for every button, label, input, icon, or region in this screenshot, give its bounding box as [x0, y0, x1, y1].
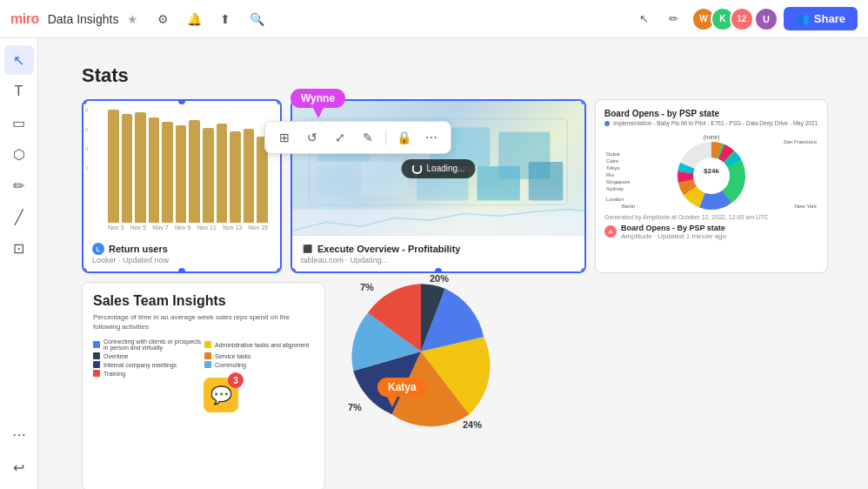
pie-label-7a: 7% — [360, 282, 374, 292]
donut-svg: $24k — [659, 132, 764, 211]
star-icon[interactable]: ★ — [127, 12, 138, 26]
tableau-title: ⬛ Execute Overview - Profitability — [301, 243, 576, 255]
share-button[interactable]: 👥 Share — [784, 7, 858, 30]
bell-icon[interactable]: 🔔 — [182, 7, 206, 31]
bar-2 — [122, 114, 133, 223]
sticky-tool[interactable]: ▭ — [4, 108, 34, 137]
brush-tool-icon[interactable]: ✏ — [662, 7, 686, 31]
handle-tr[interactable] — [581, 99, 586, 104]
lock-icon[interactable]: 🔒 — [393, 127, 414, 148]
legend-label-1: Connecting with clients or prospects in … — [103, 338, 203, 351]
chat-count-badge: 3 — [228, 372, 244, 388]
city-dubai: Dubai — [606, 151, 620, 157]
left-sidebar: ↖ T ▭ ⬡ ✏ ╱ ⊡ ⋯ ↩ — [0, 38, 38, 489]
search-icon[interactable]: 🔍 — [244, 7, 269, 31]
legend-item-4: Service tasks — [204, 352, 314, 359]
handle-br[interactable] — [277, 268, 282, 273]
donut-container: $24k (none) San Francisco Dubai Cairo To… — [604, 132, 818, 211]
topbar-tools: ⚙ 🔔 ⬆ 🔍 — [150, 7, 269, 31]
chart-labels: Nov 3 Nov 5 Nov 7 Nov 9 Nov 11 Nov 13 No… — [104, 224, 271, 231]
bar-8 — [203, 128, 214, 223]
share-icon: 👥 — [796, 12, 810, 25]
more-icon[interactable]: ⋯ — [421, 127, 442, 148]
embed-icon[interactable]: ⊞ — [274, 127, 295, 148]
sel-dot-bottom — [178, 268, 185, 273]
canvas: Stats 8 6 4 2 — [38, 38, 868, 489]
pie-label-20: 20% — [430, 273, 449, 284]
bar-11 — [244, 129, 255, 223]
legend-label-2: Administrative tasks and alignment — [215, 342, 309, 348]
label-4: Nov 9 — [175, 224, 190, 231]
chat-icon[interactable]: 💬 3 — [204, 378, 238, 412]
label-3: Nov 7 — [152, 224, 168, 231]
bo-legend: Implementation - Baby Pts ltd to Pilot -… — [604, 120, 818, 127]
legend-label-4: Service tasks — [215, 353, 251, 359]
pie-chart-container: 20% 7% 7% 24% — [334, 265, 508, 439]
legend-item-2: Administrative tasks and alignment — [204, 338, 314, 351]
pie-label-7b: 7% — [348, 402, 362, 412]
bar-3 — [135, 112, 146, 223]
shape-tool[interactable]: ⬡ — [4, 139, 34, 169]
sales-title: Sales Team Insights — [93, 293, 314, 309]
frame-tool[interactable]: ⊡ — [4, 233, 34, 263]
bottom-section: Sales Team Insights Percentage of time i… — [82, 282, 865, 489]
legend-color-2 — [204, 341, 211, 348]
looker-icon: L — [92, 243, 104, 255]
handle-tr[interactable] — [277, 99, 282, 104]
city-ny: New York — [795, 204, 817, 209]
loading-badge: Loading... — [402, 159, 476, 178]
stats-section: Stats 8 6 4 2 — [82, 64, 865, 273]
legend-color-7 — [93, 370, 100, 377]
bo-footer-sub: Amplitude · Updated 1 minute ago — [621, 232, 726, 240]
wynne-label: Wynne — [290, 89, 345, 108]
board-opens-card: Board Opens - by PSP state Implementatio… — [595, 99, 828, 273]
svg-point-18 — [694, 158, 729, 193]
bar-5 — [162, 122, 173, 223]
pen-tool[interactable]: ✏ — [4, 171, 34, 200]
spinner — [412, 164, 423, 174]
handle-br[interactable] — [581, 268, 586, 273]
more-tools[interactable]: ⋯ — [4, 419, 34, 449]
legend-color-6 — [204, 361, 211, 368]
katya-arrow — [387, 397, 397, 407]
avatar-group: W K 12 — [691, 7, 754, 31]
refresh-icon[interactable]: ↺ — [302, 127, 323, 148]
chat-bubble-widget[interactable]: 💬 3 — [204, 378, 238, 412]
miro-logo: miro — [10, 11, 39, 27]
wynne-badge: Wynne — [290, 89, 345, 108]
city-london: London — [606, 197, 624, 202]
y-axis: 8 6 4 2 — [85, 108, 88, 184]
handle-bl[interactable] — [290, 268, 296, 273]
expand-icon[interactable]: ⤢ — [330, 127, 351, 148]
topbar-right: ↖ ✏ W K 12 U 👥 Share — [632, 7, 858, 31]
city-berlin: Berlin — [622, 204, 635, 209]
handle-bl[interactable] — [82, 268, 87, 273]
label-2: Nov 5 — [130, 224, 146, 231]
line-tool[interactable]: ╱ — [4, 202, 34, 231]
return-users-title: L Return users — [92, 243, 271, 255]
undo-tool[interactable]: ↩ — [4, 452, 34, 482]
legend-dot-1 — [604, 121, 610, 126]
legend-item-6: Commuting — [204, 361, 314, 368]
katya-badge: Katya — [377, 378, 427, 397]
bar-1 — [108, 110, 119, 223]
upload-icon[interactable]: ⬆ — [213, 7, 237, 31]
edit-icon[interactable]: ✎ — [357, 127, 378, 148]
legend-color-1 — [93, 341, 100, 348]
user-avatar[interactable]: U — [754, 7, 778, 31]
legend-item-5: Internal company meetings — [93, 361, 203, 368]
legend-item-1: Connecting with clients or prospects in … — [93, 338, 203, 351]
board-title[interactable]: Data Insights — [48, 12, 119, 26]
stats-card-row: 8 6 4 2 — [82, 99, 865, 273]
avatar-count[interactable]: 12 — [730, 7, 754, 31]
gear-icon[interactable]: ⚙ — [150, 7, 175, 31]
floating-toolbar: ⊞ ↺ ⤢ ✎ 🔒 ⋯ — [264, 121, 451, 154]
cursor-tool-icon[interactable]: ↖ — [632, 7, 657, 31]
handle-tl[interactable] — [82, 99, 87, 104]
select-tool[interactable]: ↖ — [4, 45, 34, 75]
text-tool[interactable]: T — [4, 77, 34, 106]
legend-item-7: Training — [93, 370, 203, 377]
city-singapore: Singapore — [606, 179, 630, 184]
return-users-card: 8 6 4 2 — [82, 99, 282, 273]
bar-9 — [217, 124, 228, 223]
